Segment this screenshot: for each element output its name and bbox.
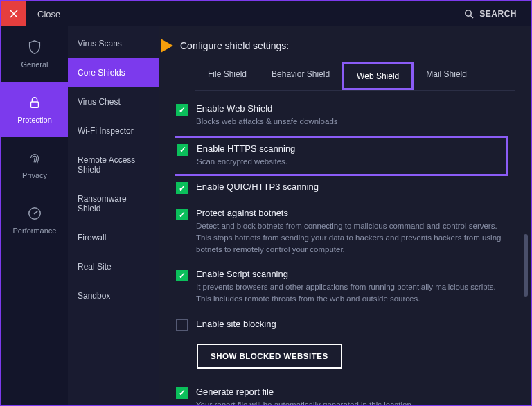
nav-label: General	[21, 60, 48, 69]
subnav-item-wifi-inspector[interactable]: Wi-Fi Inspector	[68, 116, 159, 145]
close-label: Close	[26, 9, 60, 19]
subnav-item-core-shields[interactable]: Core Shields	[68, 58, 159, 87]
tab-file-shield[interactable]: File Shield	[195, 62, 259, 90]
setting-desc: Your report file will be automatically g…	[196, 399, 508, 405]
setting-protect-botnets: Protect against botnets Detect and block…	[176, 202, 508, 263]
subnav-item-firewall[interactable]: Firewall	[68, 223, 159, 252]
setting-title: Enable site blocking	[196, 319, 508, 329]
subnav-item-remote-access[interactable]: Remote Access Shield	[68, 145, 159, 184]
close-button[interactable]	[1, 1, 26, 26]
search-button[interactable]: SEARCH	[464, 9, 531, 19]
shield-icon	[27, 39, 42, 55]
setting-title: Enable Script scanning	[196, 269, 508, 279]
checkbox[interactable]	[176, 270, 188, 281]
titlebar: Close SEARCH	[1, 1, 531, 26]
gauge-icon	[27, 206, 42, 221]
search-label: SEARCH	[479, 9, 517, 19]
checkbox[interactable]	[177, 144, 188, 156]
setting-generate-report: Generate report file Your report file wi…	[176, 381, 508, 405]
subnav-sidebar: Virus Scans Core Shields Virus Chest Wi-…	[68, 26, 159, 405]
setting-desc: Detect and block botnets from connecting…	[196, 220, 508, 255]
search-icon	[464, 9, 474, 19]
setting-title: Protect against botnets	[196, 208, 508, 218]
main-panel: Configure shield settings: File Shield B…	[159, 26, 531, 405]
setting-enable-web-shield: Enable Web Shield Blocks web attacks & u…	[176, 98, 508, 136]
setting-title: Generate report file	[196, 387, 508, 397]
tab-mail-shield[interactable]: Mail Shield	[414, 62, 479, 90]
checkbox[interactable]	[176, 387, 188, 399]
checkbox[interactable]	[176, 319, 188, 331]
svg-rect-2	[31, 102, 39, 107]
svg-point-0	[466, 10, 471, 16]
tab-behavior-shield[interactable]: Behavior Shield	[259, 62, 342, 90]
setting-desc: It prevents browsers and other applicati…	[196, 281, 508, 304]
nav-sidebar: General Protection Privacy Performance	[1, 26, 68, 405]
nav-item-general[interactable]: General	[1, 26, 68, 82]
svg-point-5	[34, 213, 36, 215]
lock-icon	[27, 95, 42, 110]
setting-enable-https-scanning: Enable HTTPS scanning Scan encrypted web…	[175, 136, 508, 177]
checkbox[interactable]	[176, 104, 188, 116]
tab-web-shield[interactable]: Web Shield	[342, 62, 414, 90]
nav-label: Performance	[13, 227, 57, 235]
setting-desc: Blocks web attacks & unsafe downloads	[196, 116, 508, 127]
show-blocked-websites-button[interactable]: SHOW BLOCKED WEBSITES	[197, 344, 342, 369]
close-icon	[10, 10, 18, 18]
setting-title: Enable Web Shield	[196, 103, 508, 114]
settings-list: Enable Web Shield Blocks web attacks & u…	[175, 98, 515, 405]
svg-line-1	[471, 15, 474, 18]
subnav-item-virus-chest[interactable]: Virus Chest	[68, 87, 159, 116]
shield-tabs: File Shield Behavior Shield Web Shield M…	[195, 62, 515, 91]
setting-site-blocking: Enable site blocking	[176, 313, 508, 339]
checkbox[interactable]	[176, 182, 188, 194]
subnav-item-real-site[interactable]: Real Site	[68, 252, 159, 281]
setting-script-scanning: Enable Script scanning It prevents brows…	[176, 263, 508, 312]
subnav-item-virus-scans[interactable]: Virus Scans	[68, 29, 159, 58]
nav-item-performance[interactable]: Performance	[1, 193, 68, 248]
pointer-arrow-icon	[161, 39, 173, 53]
subnav-item-sandbox[interactable]: Sandbox	[68, 281, 159, 310]
subnav-item-ransomware[interactable]: Ransomware Shield	[68, 184, 159, 223]
scrollbar[interactable]	[524, 234, 528, 297]
nav-item-privacy[interactable]: Privacy	[1, 137, 68, 193]
fingerprint-icon	[27, 150, 42, 166]
nav-label: Protection	[17, 116, 52, 124]
setting-desc: Scan encrypted websites.	[197, 156, 501, 168]
nav-label: Privacy	[22, 171, 47, 179]
setting-title: Enable HTTPS scanning	[197, 143, 501, 154]
page-heading: Configure shield settings:	[180, 40, 289, 51]
setting-title: Enable QUIC/HTTP3 scanning	[196, 182, 508, 192]
setting-enable-quic: Enable QUIC/HTTP3 scanning	[176, 176, 508, 202]
checkbox[interactable]	[176, 209, 188, 220]
nav-item-protection[interactable]: Protection	[1, 82, 68, 137]
